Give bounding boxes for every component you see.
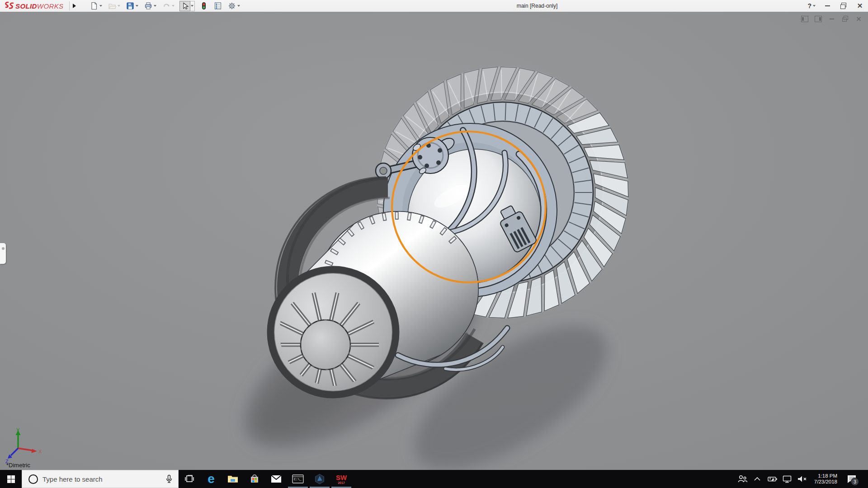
titlebar: SOLIDWORKS <box>0 0 868 12</box>
microphone-icon[interactable] <box>165 474 173 483</box>
cmd-glyph: C:\_ <box>294 478 302 481</box>
desktop: SOLIDWORKS <box>0 0 868 488</box>
task-pane-tab[interactable] <box>0 243 6 264</box>
store-button[interactable] <box>244 470 265 488</box>
select-cursor-icon <box>179 1 190 11</box>
solidworks-logo: SOLIDWORKS <box>0 0 68 12</box>
edge-icon: e <box>208 473 215 485</box>
show-pane-right-button[interactable] <box>814 15 822 22</box>
undo-button[interactable] <box>161 1 176 11</box>
quick-toolbar <box>89 0 245 12</box>
open-icon <box>107 1 117 11</box>
document-window-controls: ✕ <box>801 15 863 22</box>
sw-label: SW <box>336 474 347 481</box>
dropdown-caret[interactable] <box>117 1 121 11</box>
print-icon <box>143 1 153 11</box>
cortana-circle-icon <box>28 474 38 484</box>
mail-icon <box>271 475 282 483</box>
help-label: ? <box>807 2 811 9</box>
save-button[interactable] <box>125 1 140 11</box>
menu-flyout-arrow[interactable] <box>71 1 79 11</box>
command-prompt-button[interactable]: C:\_ <box>287 470 309 488</box>
separator <box>69 1 70 10</box>
dropdown-caret[interactable] <box>153 1 157 11</box>
doc-minimize-button[interactable] <box>828 15 835 22</box>
select-button[interactable] <box>179 0 195 12</box>
view-orientation-label: *Dimetric <box>6 462 30 469</box>
file-properties-button[interactable] <box>212 1 223 11</box>
network-button[interactable] <box>782 470 793 488</box>
engine-model[interactable] <box>0 12 868 470</box>
help-button[interactable]: ? <box>807 2 816 9</box>
open-button[interactable] <box>107 1 122 11</box>
options-button[interactable] <box>226 1 241 11</box>
people-icon <box>737 475 747 483</box>
dropdown-caret[interactable] <box>237 1 241 11</box>
solidworks-logo-mark <box>4 1 15 10</box>
volume-button[interactable] <box>797 470 807 488</box>
action-center-button[interactable]: 3 <box>844 470 859 488</box>
window-title: main [Read-only] <box>517 0 558 12</box>
task-view-icon <box>184 474 194 484</box>
volume-muted-icon <box>797 475 807 483</box>
graphics-area[interactable]: ✕ Y X Z *Dimetric <box>0 12 868 470</box>
battery-charging-icon <box>767 475 778 483</box>
dropdown-caret[interactable] <box>171 1 175 11</box>
tray-time: 1:18 PM <box>814 473 837 479</box>
logo-text-bold: SOLID <box>15 2 37 10</box>
rebuild-button[interactable] <box>198 1 209 11</box>
windows-logo-icon <box>7 475 15 483</box>
undo-icon <box>161 1 171 11</box>
sw-year-label: 2017 <box>338 481 345 484</box>
minimize-button[interactable] <box>823 1 832 10</box>
nozzle-front <box>271 270 396 397</box>
logo-text-light: WORKS <box>37 2 64 10</box>
doc-restore-button[interactable] <box>841 15 849 22</box>
command-prompt-icon: C:\_ <box>292 474 304 483</box>
notification-badge: 3 <box>851 478 859 486</box>
triad-y-label: Y <box>16 427 20 433</box>
file-explorer-button[interactable] <box>222 470 244 488</box>
people-button[interactable] <box>737 470 748 488</box>
save-icon <box>125 1 135 11</box>
clock[interactable]: 1:18 PM 7/23/2018 <box>811 473 840 485</box>
close-button[interactable]: ✕ <box>855 1 864 10</box>
mail-button[interactable] <box>265 470 287 488</box>
file-properties-icon <box>213 1 223 11</box>
show-pane-left-button[interactable] <box>801 15 808 22</box>
solidworks-2017-icon: SW 2017 <box>336 474 347 484</box>
edge-button[interactable]: e <box>200 470 222 488</box>
task-view-button[interactable] <box>179 470 200 488</box>
tray-overflow-button[interactable] <box>752 470 763 488</box>
orientation-triad: Y X Z <box>3 427 44 464</box>
hexagon-app-icon <box>314 474 325 484</box>
new-document-button[interactable] <box>89 1 104 11</box>
search-input[interactable]: Type here to search <box>22 470 179 488</box>
store-icon <box>250 474 259 484</box>
restore-button[interactable] <box>839 1 848 10</box>
print-button[interactable] <box>143 1 158 11</box>
chevron-up-icon <box>754 477 761 481</box>
tray-date: 7/23/2018 <box>814 479 837 485</box>
gear-icon <box>227 1 237 11</box>
dropdown-caret[interactable] <box>135 1 139 11</box>
battery-button[interactable] <box>767 470 778 488</box>
traffic-light-icon <box>199 1 209 11</box>
doc-close-button[interactable]: ✕ <box>855 15 863 22</box>
dropdown-caret[interactable] <box>99 1 103 11</box>
dropdown-caret[interactable] <box>190 1 195 11</box>
system-tray: 1:18 PM 7/23/2018 3 <box>737 470 868 488</box>
search-placeholder: Type here to search <box>42 475 165 483</box>
titlebar-controls: ? ✕ <box>807 0 864 12</box>
triad-x-label: X <box>38 449 42 454</box>
file-explorer-icon <box>227 474 238 483</box>
hexagon-app-button[interactable] <box>309 470 330 488</box>
taskbar: Type here to search e <box>0 470 868 488</box>
solidworks-2017-button[interactable]: SW 2017 <box>330 470 352 488</box>
network-display-icon <box>782 475 792 483</box>
start-button[interactable] <box>0 470 22 488</box>
new-document-icon <box>89 1 99 11</box>
